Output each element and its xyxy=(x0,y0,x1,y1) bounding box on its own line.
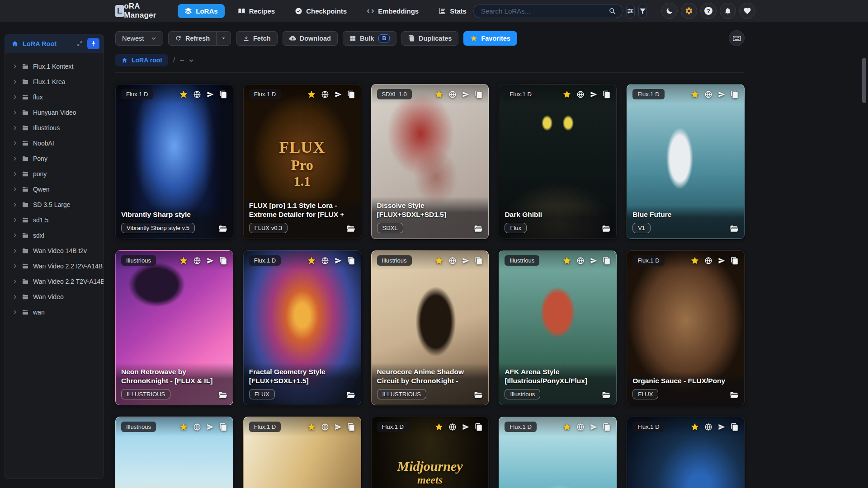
folder-item[interactable]: Pony xyxy=(8,151,101,166)
favorite-star-button[interactable] xyxy=(179,256,188,265)
lora-card[interactable]: Flux.1 D FLUXPro1.1 FLUX [pro] 1.1 Style… xyxy=(243,84,361,239)
favorite-star-button[interactable] xyxy=(179,422,188,432)
copy-button[interactable] xyxy=(219,257,227,265)
folder-item[interactable]: Flux.1 Kontext xyxy=(8,59,101,74)
copy-button[interactable] xyxy=(219,90,227,99)
civitai-link-button[interactable] xyxy=(576,90,585,99)
folder-item[interactable]: Flux.1 Krea xyxy=(8,74,101,89)
lora-card[interactable]: Flux.1 D xyxy=(499,417,617,488)
send-button[interactable] xyxy=(206,423,214,431)
folder-item[interactable]: Wan Video 2.2 I2V-A14B xyxy=(8,258,101,274)
civitai-link-button[interactable] xyxy=(193,90,201,99)
lora-card[interactable]: Flux.1 D Dark Ghibli Flux xyxy=(499,84,617,239)
sort-select[interactable]: Newest xyxy=(115,31,163,46)
copy-button[interactable] xyxy=(475,257,483,265)
favorite-star-button[interactable] xyxy=(434,90,443,99)
civitai-link-button[interactable] xyxy=(321,257,329,265)
favorite-star-button[interactable] xyxy=(307,256,316,265)
favorite-star-button[interactable] xyxy=(307,90,316,99)
send-button[interactable] xyxy=(717,423,726,431)
breadcrumb-root[interactable]: LoRA root xyxy=(115,54,168,66)
favorite-star-button[interactable] xyxy=(434,422,443,432)
favorite-star-button[interactable] xyxy=(179,90,188,99)
copy-button[interactable] xyxy=(347,423,355,431)
bulk-button[interactable]: Bulk B xyxy=(343,31,396,46)
lora-card[interactable]: Illustrious Neon Retrowave by ChronoKnig… xyxy=(115,250,233,405)
refresh-menu-button[interactable] xyxy=(216,31,231,46)
folder-item[interactable]: Wan Video 2.2 T2V-A14B xyxy=(8,274,101,289)
lora-card[interactable]: Flux.1 D Fractal Geometry Style [FLUX+SD… xyxy=(243,250,361,405)
fetch-button[interactable]: Fetch xyxy=(236,31,278,46)
nav-tab-loras[interactable]: LoRAs xyxy=(178,4,224,18)
favorite-star-button[interactable] xyxy=(562,90,571,99)
nav-tab-embeddings[interactable]: Embeddings xyxy=(360,4,425,18)
civitai-link-button[interactable] xyxy=(448,257,457,265)
nav-tab-recipes[interactable]: Recipes xyxy=(231,4,282,18)
copy-button[interactable] xyxy=(603,90,611,99)
favorite-star-button[interactable] xyxy=(690,90,699,99)
copy-button[interactable] xyxy=(219,423,227,431)
open-folder-button[interactable] xyxy=(602,224,611,233)
send-button[interactable] xyxy=(206,257,214,265)
pin-sidebar-button[interactable] xyxy=(87,38,99,49)
civitai-link-button[interactable] xyxy=(193,257,201,265)
folder-item[interactable]: sdxl xyxy=(8,228,101,243)
copy-button[interactable] xyxy=(475,90,483,99)
folder-item[interactable]: wan xyxy=(8,305,101,320)
open-folder-button[interactable] xyxy=(218,390,227,399)
civitai-link-button[interactable] xyxy=(576,423,585,431)
folder-item[interactable]: Qwen xyxy=(8,182,101,197)
civitai-link-button[interactable] xyxy=(448,90,457,99)
open-folder-button[interactable] xyxy=(730,224,739,233)
send-button[interactable] xyxy=(590,423,598,431)
open-folder-button[interactable] xyxy=(346,390,355,399)
send-button[interactable] xyxy=(334,257,342,265)
lora-card[interactable]: Illustrious xyxy=(115,417,233,488)
notifications-button[interactable] xyxy=(720,3,736,19)
send-button[interactable] xyxy=(717,90,726,99)
favorite-star-button[interactable] xyxy=(690,422,699,432)
open-folder-button[interactable] xyxy=(730,390,739,399)
lora-card[interactable]: Flux.1 D Vibrantly Sharp style Vibrantly… xyxy=(115,84,233,239)
folder-item[interactable]: sd1.5 xyxy=(8,212,101,228)
send-button[interactable] xyxy=(590,257,598,265)
civitai-link-button[interactable] xyxy=(321,423,329,431)
open-folder-button[interactable] xyxy=(474,224,483,233)
copy-button[interactable] xyxy=(603,423,611,431)
settings-button[interactable] xyxy=(681,3,697,19)
download-button[interactable]: Download xyxy=(283,31,338,46)
copy-button[interactable] xyxy=(731,90,739,99)
keyboard-shortcuts-button[interactable] xyxy=(729,30,745,46)
lora-card[interactable]: Illustrious Neurocore Anime Shadow Circu… xyxy=(371,250,489,405)
open-folder-button[interactable] xyxy=(474,390,483,399)
civitai-link-button[interactable] xyxy=(704,423,712,431)
breadcrumb-dropdown-button[interactable] xyxy=(188,57,194,63)
lora-card[interactable]: Illustrious AFK Arena Style [Illustrious… xyxy=(499,250,617,405)
civitai-link-button[interactable] xyxy=(704,257,712,265)
open-folder-button[interactable] xyxy=(602,390,611,399)
copy-button[interactable] xyxy=(731,423,739,431)
folder-item[interactable]: Wan Video xyxy=(8,289,101,305)
favorite-star-button[interactable] xyxy=(562,422,571,432)
send-button[interactable] xyxy=(334,90,342,99)
refresh-button[interactable]: Refresh xyxy=(168,31,216,46)
send-button[interactable] xyxy=(462,90,470,99)
folder-item[interactable]: flux xyxy=(8,89,101,105)
duplicates-button[interactable]: Duplicates xyxy=(401,31,458,46)
send-button[interactable] xyxy=(206,90,214,99)
copy-button[interactable] xyxy=(603,257,611,265)
nav-tab-stats[interactable]: Stats xyxy=(432,4,473,18)
theme-toggle-button[interactable] xyxy=(661,3,678,19)
open-folder-button[interactable] xyxy=(346,224,355,233)
copy-button[interactable] xyxy=(347,257,355,265)
folder-item[interactable]: Illustrious xyxy=(8,120,101,136)
search-button[interactable] xyxy=(607,6,618,17)
support-button[interactable] xyxy=(739,3,755,19)
help-button[interactable]: ? xyxy=(700,3,717,19)
civitai-link-button[interactable] xyxy=(321,90,329,99)
send-button[interactable] xyxy=(717,257,726,265)
lora-card[interactable]: Flux.1 D Blue Future V1 xyxy=(627,84,745,239)
send-button[interactable] xyxy=(462,257,470,265)
sidebar-root-label[interactable]: LoRA Root xyxy=(23,40,75,47)
favorite-star-button[interactable] xyxy=(434,256,443,265)
